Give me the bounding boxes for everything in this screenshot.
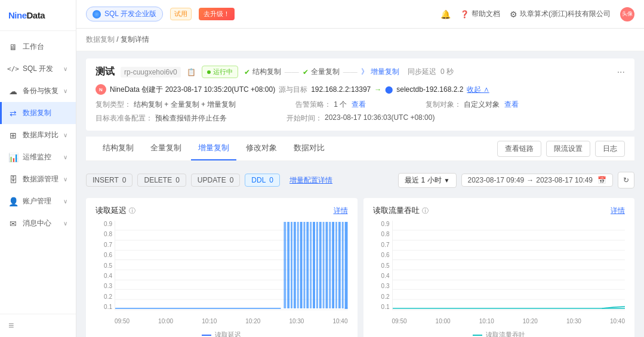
sidebar-item-data-replication[interactable]: ⇄ 数据复制 xyxy=(0,102,76,124)
replication-target-item: 复制对象： 自定义对象 查看 xyxy=(426,100,519,110)
sidebar-item-replication-label: 数据复制 xyxy=(23,108,51,118)
stats-row: INSERT 0 DELETE 0 UPDATE 0 DDL 0 增量配置详情 … xyxy=(86,167,634,193)
sidebar-item-sql-dev[interactable]: </> SQL 开发 ∨ xyxy=(0,58,76,80)
svg-rect-13 xyxy=(300,222,303,308)
chart-latency-plot xyxy=(115,221,348,310)
sidebar-item-workbench[interactable]: 🖥 工作台 xyxy=(0,36,76,58)
collapse-link[interactable]: 收起 ∧ xyxy=(467,85,489,95)
x-label-1000: 10:00 xyxy=(158,318,173,324)
svg-rect-15 xyxy=(306,222,309,308)
sidebar-item-workbench-label: 工作台 xyxy=(23,42,44,52)
chart-latency-detail-link[interactable]: 详情 xyxy=(334,206,348,216)
content-area: 测试 rp-cuugxehoi6v0 📋 运行中 ✔ 结构复制 —— ✔ 全量复… xyxy=(76,51,644,337)
x-label-1020: 10:20 xyxy=(245,318,260,324)
tab-incremental[interactable]: 增量复制 xyxy=(191,137,236,160)
chart-latency-legend: 读取延迟 xyxy=(95,330,348,337)
limit-settings-button[interactable]: 限流设置 xyxy=(546,141,590,157)
sidebar-item-message-label: 消息中心 xyxy=(23,218,51,228)
alert-view-link[interactable]: 查看 xyxy=(352,100,366,110)
legend-label-latency: 读取延迟 xyxy=(215,330,241,337)
chart-throughput-y-labels: 0.9 0.8 0.7 0.6 0.5 0.4 0.3 0.2 0.1 xyxy=(373,221,390,310)
sidebar-item-message[interactable]: ✉ 消息中心 ∨ xyxy=(0,212,76,234)
x-label-1010: 10:10 xyxy=(202,318,217,324)
sidebar-item-account-label: 账户管理 xyxy=(23,196,51,206)
task-status-badge: 运行中 xyxy=(202,66,238,78)
svg-rect-10 xyxy=(291,222,292,308)
backup-icon: ☁ xyxy=(8,86,18,96)
delete-badge: DELETE 0 xyxy=(137,174,186,187)
refresh-button[interactable]: ↻ xyxy=(618,172,634,188)
delete-label: DELETE xyxy=(144,176,172,184)
ops-icon: 📊 xyxy=(8,153,18,162)
tab-data-compare[interactable]: 数据对比 xyxy=(286,137,332,160)
step-incremental: 》 增量复制 xyxy=(361,67,399,77)
arrow-1: —— xyxy=(285,68,299,76)
x-label-t-1020: 10:20 xyxy=(523,318,538,324)
more-button[interactable]: ··· xyxy=(617,67,625,78)
sidebar-item-backup[interactable]: ☁ 备份与恢复 ∨ xyxy=(0,80,76,102)
time-dropdown-arrow: ▼ xyxy=(444,177,450,184)
y-label-t-0.6: 0.6 xyxy=(373,252,390,258)
breadcrumb-separator: / xyxy=(116,35,121,44)
chart-throughput-detail-link[interactable]: 详情 xyxy=(611,206,625,216)
sidebar-item-datasource[interactable]: 🗄 数据源管理 ∨ xyxy=(0,168,76,190)
time-dropdown[interactable]: 最近 1 小时 ▼ xyxy=(398,173,456,188)
source-created-label: NineData 创建于 2023-08-17 10:35:20(UTC +08… xyxy=(110,85,275,95)
replication-target-value: 自定义对象 xyxy=(464,100,500,110)
compare-arrow: ∨ xyxy=(63,132,67,138)
arrow-2: —— xyxy=(343,68,358,76)
message-arrow: ∨ xyxy=(63,220,67,227)
y-label-0.5: 0.5 xyxy=(95,262,112,269)
svg-rect-14 xyxy=(303,222,305,308)
calendar-icon: 📅 xyxy=(597,176,606,184)
svg-rect-26 xyxy=(342,222,344,308)
breadcrumb-current: 复制详情 xyxy=(121,35,149,44)
step-full-check: ✔ xyxy=(303,68,309,76)
tab-struct[interactable]: 结构复制 xyxy=(95,137,141,160)
alert-item: 告警策略： 1 个 查看 xyxy=(295,100,366,110)
chart-latency-area: 0.9 0.8 0.7 0.6 0.5 0.4 0.3 0.2 0.1 xyxy=(95,221,348,328)
svg-rect-19 xyxy=(319,222,322,308)
sidebar-item-data-compare[interactable]: ⊞ 数据库对比 ∨ xyxy=(0,124,76,146)
tab-full[interactable]: 全量复制 xyxy=(143,137,189,160)
tabs-bar: 结构复制 全量复制 增量复制 修改对象 数据对比 查看链路 限流设置 日志 xyxy=(86,137,634,161)
insert-badge: INSERT 0 xyxy=(86,174,133,187)
breadcrumb-parent[interactable]: 数据复制 xyxy=(86,35,115,44)
sidebar-item-ops[interactable]: 📊 运维监控 ∨ xyxy=(0,146,76,168)
log-button[interactable]: 日志 xyxy=(595,141,625,157)
tab-modify[interactable]: 修改对象 xyxy=(239,137,284,160)
chart-throughput-x-labels: 09:50 10:00 10:10 10:20 10:30 10:40 xyxy=(392,314,625,328)
chart-latency-svg xyxy=(115,221,348,310)
breadcrumb: 数据复制 / 复制详情 xyxy=(76,29,644,51)
tab-actions: 查看链路 限流设置 日志 xyxy=(497,141,625,157)
replication-type-value: 结构复制 + 全量复制 + 增量复制 xyxy=(134,100,236,110)
chart-throughput-plot xyxy=(392,221,625,310)
sidebar-item-account[interactable]: 👤 账户管理 ∨ xyxy=(0,190,76,212)
y-label-t-0.1: 0.1 xyxy=(373,304,390,310)
x-label-1030: 10:30 xyxy=(289,318,304,324)
ddl-badge: DDL 0 xyxy=(245,174,280,187)
task-name: 测试 xyxy=(95,66,115,78)
workbench-icon: 🖥 xyxy=(8,42,18,52)
replication-target-link[interactable]: 查看 xyxy=(504,100,519,110)
status-dot xyxy=(207,70,211,74)
ddl-label: DDL xyxy=(251,176,266,184)
target-config-label: 目标表准备配置： xyxy=(95,113,153,123)
svg-rect-17 xyxy=(313,222,315,308)
view-links-button[interactable]: 查看链路 xyxy=(497,141,541,157)
sidebar-bottom[interactable]: ≡ xyxy=(0,314,76,337)
incremental-config-link[interactable]: 增量配置详情 xyxy=(289,175,332,185)
collapse-sidebar-icon[interactable]: ≡ xyxy=(8,320,14,330)
logo-nine: Nine xyxy=(8,10,27,20)
y-label-t-0.8: 0.8 xyxy=(373,231,390,237)
svg-rect-8 xyxy=(284,222,286,308)
task-id: rp-cuugxehoi6v0 xyxy=(121,67,181,78)
chart-throughput: 读取流量吞吐 ⓘ 详情 0.9 0.8 0.7 0.6 0.5 0.4 0.3 … xyxy=(363,198,635,337)
svg-rect-24 xyxy=(335,222,337,308)
copy-icon[interactable]: 📋 xyxy=(187,68,196,76)
time-range: 2023-08-17 09:49 → 2023-08-17 10:49 📅 xyxy=(461,174,614,187)
x-label-t-1000: 10:00 xyxy=(436,318,451,324)
y-label-t-0.4: 0.4 xyxy=(373,273,390,279)
x-label-t-1040: 10:40 xyxy=(610,318,625,324)
chart-throughput-area: 0.9 0.8 0.7 0.6 0.5 0.4 0.3 0.2 0.1 xyxy=(373,221,625,328)
